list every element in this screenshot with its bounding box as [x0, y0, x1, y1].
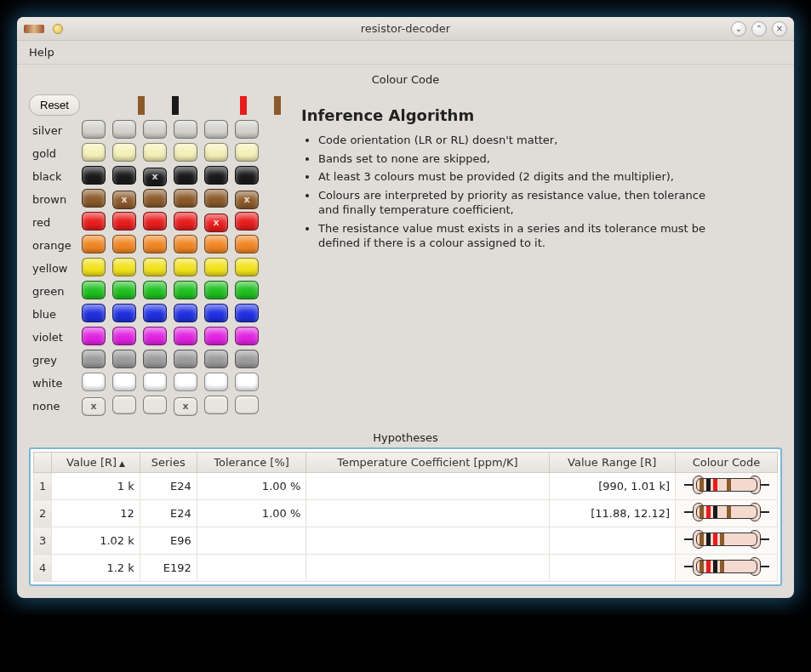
swatch-silver-band-3[interactable] — [143, 120, 167, 139]
swatch-green-band-2[interactable] — [112, 281, 136, 299]
swatch-none-band-2[interactable] — [112, 396, 136, 414]
table-row[interactable]: 31.02 kE96 — [34, 527, 778, 555]
swatch-orange-band-5[interactable] — [204, 235, 228, 253]
colour-row-label-violet: violet — [29, 326, 78, 349]
swatch-blue-band-5[interactable] — [204, 304, 228, 322]
swatch-yellow-band-1[interactable] — [82, 258, 106, 276]
menu-help[interactable]: Help — [24, 44, 60, 60]
swatch-yellow-band-2[interactable] — [112, 258, 136, 276]
swatch-black-band-6[interactable] — [235, 166, 259, 185]
swatch-brown-band-4[interactable] — [174, 189, 197, 208]
swatch-violet-band-5[interactable] — [204, 327, 228, 345]
swatch-orange-band-4[interactable] — [174, 235, 197, 253]
swatch-yellow-band-5[interactable] — [204, 258, 228, 276]
swatch-silver-band-5[interactable] — [204, 120, 228, 139]
swatch-brown-band-2[interactable]: x — [112, 191, 136, 209]
swatch-violet-band-1[interactable] — [82, 327, 106, 345]
swatch-white-band-3[interactable] — [143, 373, 167, 391]
column-header-code[interactable]: Colour Code — [676, 453, 778, 473]
swatch-brown-band-3[interactable] — [143, 189, 167, 208]
swatch-blue-band-3[interactable] — [143, 304, 167, 322]
colour-row-label-black: black — [29, 165, 78, 188]
swatch-gold-band-3[interactable] — [143, 143, 167, 162]
swatch-none-band-1[interactable]: x — [82, 397, 106, 416]
column-header-tolerance[interactable]: Tolerance [%] — [197, 453, 306, 473]
swatch-green-band-5[interactable] — [204, 281, 228, 299]
swatch-yellow-band-4[interactable] — [174, 258, 197, 276]
swatch-white-band-1[interactable] — [82, 373, 106, 391]
swatch-red-band-3[interactable] — [143, 212, 167, 231]
swatch-none-band-4[interactable]: x — [174, 397, 197, 416]
swatch-green-band-4[interactable] — [174, 281, 197, 299]
swatch-grey-band-1[interactable] — [82, 350, 106, 368]
swatch-none-band-3[interactable] — [143, 396, 167, 414]
swatch-gold-band-2[interactable] — [112, 143, 136, 162]
swatch-blue-band-1[interactable] — [82, 304, 106, 322]
swatch-grey-band-3[interactable] — [143, 350, 167, 368]
swatch-orange-band-1[interactable] — [82, 235, 106, 253]
swatch-violet-band-4[interactable] — [174, 327, 197, 345]
swatch-black-band-1[interactable] — [82, 166, 106, 185]
swatch-brown-band-6[interactable]: x — [235, 191, 259, 209]
swatch-silver-band-4[interactable] — [174, 120, 197, 139]
swatch-grey-band-6[interactable] — [235, 350, 259, 368]
cell-range: [990, 1.01 k] — [549, 473, 675, 500]
swatch-black-band-2[interactable] — [112, 166, 136, 185]
row-number: 1 — [34, 473, 52, 500]
resistor-graphic — [684, 530, 769, 549]
swatch-red-band-1[interactable] — [82, 212, 106, 231]
swatch-silver-band-6[interactable] — [235, 120, 259, 139]
swatch-violet-band-2[interactable] — [112, 327, 136, 345]
column-header-value[interactable]: Value [R] — [52, 453, 140, 473]
swatch-grey-band-2[interactable] — [112, 350, 136, 368]
column-header-tempco[interactable]: Temperature Coefficient [ppm/K] — [306, 453, 549, 473]
swatch-green-band-1[interactable] — [82, 281, 106, 299]
swatch-none-band-5[interactable] — [204, 396, 228, 414]
section-title-colour-code: Colour Code — [29, 73, 782, 86]
table-row[interactable]: 41.2 kE192 — [34, 555, 778, 582]
swatch-red-band-5[interactable]: x — [204, 214, 228, 232]
swatch-brown-band-1[interactable] — [82, 189, 106, 208]
swatch-grey-band-4[interactable] — [174, 350, 197, 368]
swatch-white-band-6[interactable] — [235, 373, 259, 391]
reset-button[interactable]: Reset — [29, 94, 80, 116]
table-row[interactable]: 11 kE241.00 %[990, 1.01 k] — [34, 473, 778, 500]
column-header-series[interactable]: Series — [140, 453, 197, 473]
swatch-orange-band-3[interactable] — [143, 235, 167, 253]
swatch-orange-band-2[interactable] — [112, 235, 136, 253]
swatch-red-band-4[interactable] — [174, 212, 197, 231]
swatch-green-band-6[interactable] — [235, 281, 259, 299]
swatch-gold-band-6[interactable] — [235, 143, 259, 162]
swatch-gold-band-5[interactable] — [204, 143, 228, 162]
swatch-violet-band-6[interactable] — [235, 327, 259, 345]
swatch-red-band-6[interactable] — [235, 212, 259, 231]
swatch-silver-band-1[interactable] — [82, 120, 106, 139]
swatch-black-band-5[interactable] — [204, 166, 228, 185]
swatch-blue-band-2[interactable] — [112, 304, 136, 322]
swatch-red-band-2[interactable] — [112, 212, 136, 231]
swatch-violet-band-3[interactable] — [143, 327, 167, 345]
resistor-graphic — [684, 503, 769, 521]
swatch-brown-band-5[interactable] — [204, 189, 228, 208]
swatch-blue-band-4[interactable] — [174, 304, 197, 322]
swatch-gold-band-1[interactable] — [82, 143, 106, 162]
cell-tolerance: 1.00 % — [197, 473, 306, 500]
swatch-white-band-2[interactable] — [112, 373, 136, 391]
swatch-black-band-3[interactable]: x — [143, 168, 167, 186]
swatch-black-band-4[interactable] — [174, 166, 197, 185]
swatch-white-band-4[interactable] — [174, 373, 197, 391]
swatch-blue-band-6[interactable] — [235, 304, 259, 322]
table-row[interactable]: 212E241.00 %[11.88, 12.12] — [34, 500, 778, 527]
swatch-silver-band-2[interactable] — [112, 120, 136, 139]
swatch-gold-band-4[interactable] — [174, 143, 197, 162]
swatch-white-band-5[interactable] — [204, 373, 228, 391]
swatch-yellow-band-6[interactable] — [235, 258, 259, 276]
swatch-yellow-band-3[interactable] — [143, 258, 167, 276]
column-header-range[interactable]: Value Range [R] — [549, 453, 675, 473]
info-bullet-1: Code orientation (LR or RL) doesn't matt… — [318, 133, 727, 148]
row-header-corner — [34, 453, 52, 473]
swatch-grey-band-5[interactable] — [204, 350, 228, 368]
swatch-orange-band-6[interactable] — [235, 235, 259, 253]
swatch-green-band-3[interactable] — [143, 281, 167, 299]
swatch-none-band-6[interactable] — [235, 396, 259, 414]
